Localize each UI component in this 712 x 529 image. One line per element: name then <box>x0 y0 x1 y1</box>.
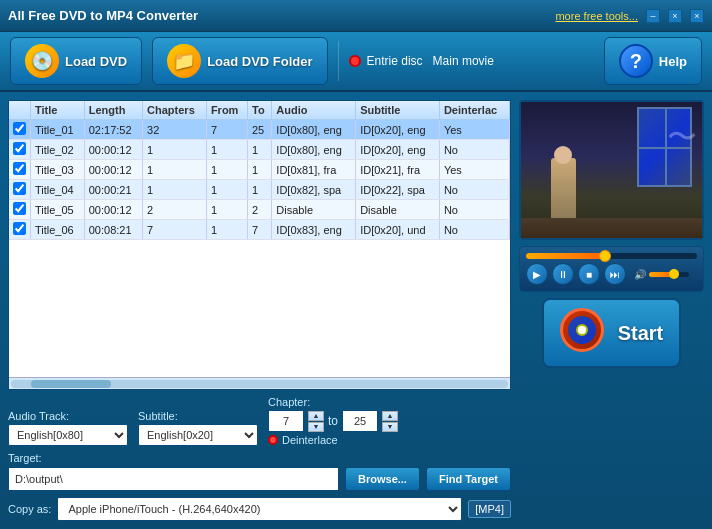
row-length: 00:00:21 <box>84 180 142 200</box>
volume-bar[interactable] <box>649 272 689 277</box>
main-content: Title Length Chapters From To Audio Subt… <box>0 92 712 529</box>
browse-button[interactable]: Browse... <box>345 467 420 491</box>
close-button[interactable]: × <box>690 9 704 23</box>
subtitle-group: Subtitle: English[0x20] French[0x21] Spa… <box>138 410 258 446</box>
table-row[interactable]: Title_02 00:00:12 1 1 1 ID[0x80], eng ID… <box>9 140 510 160</box>
pause-button[interactable]: ⏸ <box>552 263 574 285</box>
entire-disc-radio[interactable] <box>349 55 361 67</box>
table-body: Title_01 02:17:52 32 7 25 ID[0x80], eng … <box>9 120 510 240</box>
deinterlace-radio[interactable] <box>268 435 278 445</box>
progress-bar[interactable] <box>526 253 697 259</box>
row-title: Title_06 <box>31 220 85 240</box>
table-row[interactable]: Title_01 02:17:52 32 7 25 ID[0x80], eng … <box>9 120 510 140</box>
load-dvd-folder-button[interactable]: 📁 Load DVD Folder <box>152 37 327 85</box>
toolbar: 💿 Load DVD 📁 Load DVD Folder Entrie disc… <box>0 32 712 92</box>
row-checkbox[interactable] <box>13 222 26 235</box>
target-input[interactable] <box>8 467 339 491</box>
row-length: 00:00:12 <box>84 200 142 220</box>
audio-track-select[interactable]: English[0x80] French[0x81] Spanish[0x82] <box>8 424 128 446</box>
row-checkbox[interactable] <box>13 142 26 155</box>
start-icon <box>560 308 610 358</box>
volume-thumb[interactable] <box>669 269 679 279</box>
chapter-label: Chapter: <box>268 396 310 408</box>
table-row[interactable]: Title_04 00:00:21 1 1 1 ID[0x82], spa ID… <box>9 180 510 200</box>
preview-scene: 〜 <box>521 102 702 238</box>
load-dvd-button[interactable]: 💿 Load DVD <box>10 37 142 85</box>
row-checkbox[interactable] <box>13 182 26 195</box>
progress-fill <box>526 253 603 259</box>
preview-smoke: 〜 <box>667 122 697 152</box>
find-target-button[interactable]: Find Target <box>426 467 511 491</box>
main-movie-label[interactable]: Main movie <box>433 54 494 68</box>
row-deinterlace: No <box>439 180 509 200</box>
forward-button[interactable]: ⏭ <box>604 263 626 285</box>
subtitle-label: Subtitle: <box>138 410 258 422</box>
chapter-group: Chapter: ▲ ▼ to ▲ ▼ Deinterl <box>268 396 398 446</box>
row-checkbox-cell[interactable] <box>9 140 31 160</box>
row-from: 1 <box>206 180 247 200</box>
row-subtitle: ID[0x21], fra <box>356 160 440 180</box>
row-audio: ID[0x81], fra <box>272 160 356 180</box>
subtitle-select[interactable]: English[0x20] French[0x21] Spanish[0x22]… <box>138 424 258 446</box>
app-title: All Free DVD to MP4 Converter <box>8 8 198 23</box>
right-panel: 〜 ▶ ⏸ ■ ⏭ 🔊 <box>519 100 704 521</box>
row-to: 25 <box>247 120 271 140</box>
row-checkbox-cell[interactable] <box>9 180 31 200</box>
row-checkbox[interactable] <box>13 162 26 175</box>
row-title: Title_03 <box>31 160 85 180</box>
chapter-from-input[interactable] <box>268 410 304 432</box>
row-to: 1 <box>247 140 271 160</box>
progress-thumb[interactable] <box>599 250 611 262</box>
chapter-from-down[interactable]: ▼ <box>308 422 324 432</box>
row-checkbox-cell[interactable] <box>9 200 31 220</box>
chapter-from-up[interactable]: ▲ <box>308 411 324 421</box>
row-title: Title_04 <box>31 180 85 200</box>
start-icon-disc <box>576 324 588 336</box>
row-subtitle: ID[0x20], eng <box>356 120 440 140</box>
row-chapters: 1 <box>143 180 207 200</box>
more-tools-link[interactable]: more free tools... <box>555 10 638 22</box>
row-from: 7 <box>206 120 247 140</box>
table-row[interactable]: Title_06 00:08:21 7 1 7 ID[0x83], eng ID… <box>9 220 510 240</box>
row-checkbox[interactable] <box>13 202 26 215</box>
row-title: Title_05 <box>31 200 85 220</box>
maximize-button[interactable]: × <box>668 9 682 23</box>
row-checkbox-cell[interactable] <box>9 120 31 140</box>
title-bar: All Free DVD to MP4 Converter more free … <box>0 0 712 32</box>
scrollbar-track[interactable] <box>11 380 508 388</box>
row-to: 1 <box>247 160 271 180</box>
table-row[interactable]: Title_05 00:00:12 2 1 2 Disable Disable … <box>9 200 510 220</box>
chapter-to-down[interactable]: ▼ <box>382 422 398 432</box>
entire-disc-option[interactable]: Entrie disc <box>349 54 423 68</box>
title-right: more free tools... – × × <box>555 9 704 23</box>
copy-as-row: Copy as: Apple iPhone/iTouch - (H.264,64… <box>8 497 511 521</box>
row-title: Title_01 <box>31 120 85 140</box>
stop-button[interactable]: ■ <box>578 263 600 285</box>
col-to: To <box>247 101 271 120</box>
row-chapters: 7 <box>143 220 207 240</box>
chapter-to-input[interactable] <box>342 410 378 432</box>
row-deinterlace: No <box>439 220 509 240</box>
copy-as-select[interactable]: Apple iPhone/iTouch - (H.264,640x420) Ap… <box>57 497 462 521</box>
start-label: Start <box>618 322 664 345</box>
table-header-row: Title Length Chapters From To Audio Subt… <box>9 101 510 120</box>
table-row[interactable]: Title_03 00:00:12 1 1 1 ID[0x81], fra ID… <box>9 160 510 180</box>
chapter-to-up[interactable]: ▲ <box>382 411 398 421</box>
row-subtitle: Disable <box>356 200 440 220</box>
help-button[interactable]: ? Help <box>604 37 702 85</box>
play-button[interactable]: ▶ <box>526 263 548 285</box>
minimize-button[interactable]: – <box>646 9 660 23</box>
row-chapters: 1 <box>143 160 207 180</box>
row-from: 1 <box>206 200 247 220</box>
start-button[interactable]: Start <box>542 298 682 368</box>
horizontal-scrollbar[interactable] <box>9 377 510 389</box>
row-length: 02:17:52 <box>84 120 142 140</box>
row-checkbox-cell[interactable] <box>9 160 31 180</box>
row-checkbox-cell[interactable] <box>9 220 31 240</box>
start-icon-inner <box>568 316 596 344</box>
titles-table-container: Title Length Chapters From To Audio Subt… <box>8 100 511 390</box>
scrollbar-thumb[interactable] <box>31 380 111 388</box>
load-dvd-label: Load DVD <box>65 54 127 69</box>
row-checkbox[interactable] <box>13 122 26 135</box>
row-from: 1 <box>206 160 247 180</box>
